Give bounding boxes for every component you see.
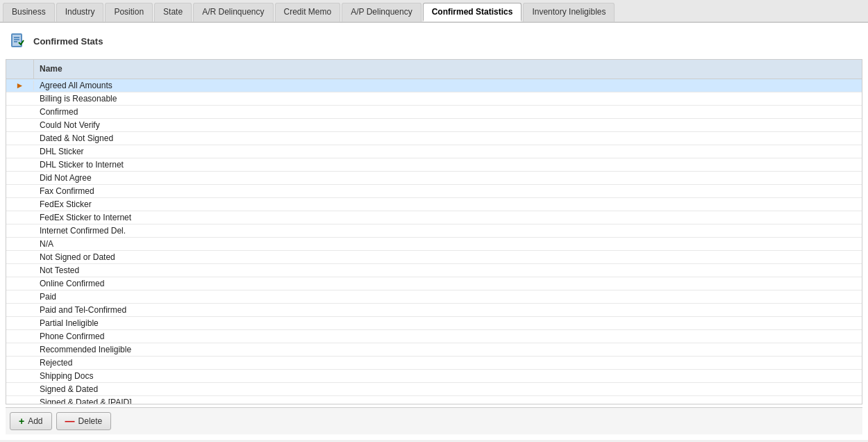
tab-credit-memo[interactable]: Credit Memo — [275, 3, 341, 22]
table-row[interactable]: Fax Confirmed — [6, 185, 862, 198]
table-row[interactable]: Confirmed — [6, 106, 862, 119]
row-name: Agreed All Amounts — [34, 79, 862, 92]
row-name: Could Not Verify — [34, 119, 862, 131]
table-row[interactable]: Rejected — [6, 357, 862, 370]
row-name: Rejected — [34, 357, 862, 369]
table-row[interactable]: Online Confirmed — [6, 277, 862, 290]
row-name: Paid and Tel-Confirmed — [34, 304, 862, 316]
tab-position[interactable]: Position — [105, 3, 153, 22]
row-name: Online Confirmed — [34, 277, 862, 290]
add-button[interactable]: + Add — [10, 412, 52, 430]
row-name: Signed & Dated — [34, 383, 862, 395]
table-row[interactable]: Internet Confirmed Del. — [6, 224, 862, 238]
table-row[interactable]: ►Agreed All Amounts — [6, 79, 862, 92]
tab-inventory-ineligibles[interactable]: Inventory Ineligibles — [523, 3, 615, 22]
row-name: Paid — [34, 290, 862, 303]
row-name: Dated & Not Signed — [34, 132, 862, 145]
row-name: Not Tested — [34, 264, 862, 277]
add-label: Add — [28, 416, 42, 426]
table-row[interactable]: Could Not Verify — [6, 119, 862, 132]
tab-confirmed-statistics[interactable]: Confirmed Statistics — [423, 3, 522, 22]
tab-bar: BusinessIndustryPositionStateA/R Delinqu… — [0, 0, 868, 23]
row-name: Not Signed or Dated — [34, 251, 862, 263]
tab-business[interactable]: Business — [3, 3, 55, 22]
main-content: Confirmed Stats Name ►Agreed All Amounts… — [0, 23, 868, 440]
row-name: Did Not Agree — [34, 172, 862, 184]
delete-icon: — — [65, 416, 75, 427]
row-name: FedEx Sticker to Internet — [34, 211, 862, 224]
delete-label: Delete — [78, 416, 103, 426]
table-row[interactable]: Paid — [6, 290, 862, 304]
table-row[interactable]: FedEx Sticker — [6, 198, 862, 211]
tab-industry[interactable]: Industry — [56, 3, 104, 22]
row-name: Confirmed — [34, 106, 862, 118]
row-name: N/A — [34, 238, 862, 250]
table-row[interactable]: Signed & Dated & [PAID] — [6, 396, 862, 404]
table-row[interactable]: Did Not Agree — [6, 172, 862, 185]
table-row[interactable]: DHL Sticker to Internet — [6, 158, 862, 172]
table-row[interactable]: Phone Confirmed — [6, 330, 862, 343]
row-name: Shipping Docs — [34, 370, 862, 382]
table-row[interactable]: Not Signed or Dated — [6, 251, 862, 264]
table-row[interactable]: N/A — [6, 238, 862, 251]
row-name: Fax Confirmed — [34, 185, 862, 197]
table-row[interactable]: Partial Ineligible — [6, 317, 862, 330]
column-name-header: Name — [34, 60, 851, 79]
table-row[interactable]: Dated & Not Signed — [6, 132, 862, 145]
row-name: Phone Confirmed — [34, 330, 862, 343]
delete-button[interactable]: — Delete — [56, 412, 112, 430]
table-container: Name ►Agreed All AmountsBilling is Reaso… — [6, 59, 862, 404]
tab-ap-delinquency[interactable]: A/P Delinquency — [342, 3, 422, 22]
tab-state[interactable]: State — [154, 3, 192, 22]
table-row[interactable]: DHL Sticker — [6, 145, 862, 158]
document-icon — [8, 31, 28, 51]
row-name: Internet Confirmed Del. — [34, 224, 862, 237]
col-selector-header — [6, 60, 34, 79]
footer-bar: + Add — Delete — [6, 407, 862, 434]
row-name: Billing is Reasonable — [34, 92, 862, 105]
row-arrow-icon: ► — [16, 81, 24, 90]
table-row[interactable]: Signed & Dated — [6, 383, 862, 396]
table-row[interactable]: FedEx Sticker to Internet — [6, 211, 862, 224]
add-icon: + — [19, 416, 24, 427]
row-name: Recommended Ineligible — [34, 343, 862, 356]
row-name: DHL Sticker — [34, 145, 862, 158]
row-name: Partial Ineligible — [34, 317, 862, 329]
table-row[interactable]: Billing is Reasonable — [6, 92, 862, 106]
table-row[interactable]: Not Tested — [6, 264, 862, 277]
table-row[interactable]: Shipping Docs — [6, 370, 862, 383]
section-title: Confirmed Stats — [33, 36, 103, 47]
table-row[interactable]: Paid and Tel-Confirmed — [6, 304, 862, 317]
row-name: Signed & Dated & [PAID] — [34, 396, 862, 404]
row-name: FedEx Sticker — [34, 198, 862, 211]
row-name: DHL Sticker to Internet — [34, 158, 862, 171]
scrollbar-header-placeholder — [851, 60, 862, 79]
table-row[interactable]: Recommended Ineligible — [6, 343, 862, 357]
tab-ar-delinquency[interactable]: A/R Delinquency — [193, 3, 273, 22]
table-body[interactable]: ►Agreed All AmountsBilling is Reasonable… — [6, 79, 862, 404]
table-header: Name — [6, 60, 862, 79]
row-indicator: ► — [6, 81, 34, 90]
section-header: Confirmed Stats — [6, 28, 862, 54]
